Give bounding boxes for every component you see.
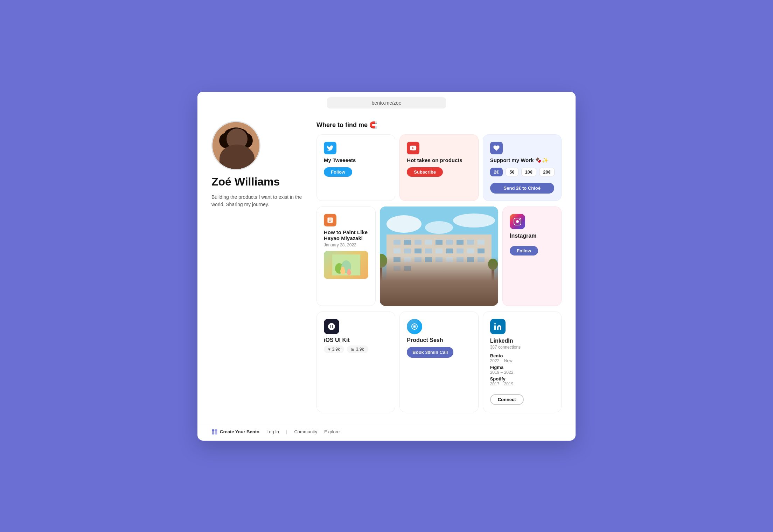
footer-logo-text: Create Your Bento [220,429,259,434]
svg-point-24 [453,214,495,227]
twitter-card[interactable]: My Tweeeets Follow [316,134,395,201]
svg-rect-40 [436,248,443,253]
instagram-card[interactable]: Instagram Follow [502,206,562,306]
ios-stat-copies-value: 3.9k [356,347,364,352]
address-bar: bento.me/zoe [327,97,446,108]
svg-rect-33 [457,240,464,245]
linkedin-connect-button[interactable]: Connect [490,394,524,405]
svg-rect-50 [446,257,453,262]
hottakes-label: Hot takes on products [407,157,471,163]
svg-point-8 [234,129,248,141]
svg-rect-43 [467,248,474,253]
amount-buttons: 2€ 5€ 10€ 20€ [490,168,554,176]
svg-rect-73 [212,432,215,434]
blog-title: How to Paint Like Hayao Miyazaki [324,229,368,241]
ios-stats: ♥ 3.9k ⊞ 3.9k [324,345,388,353]
footer-login[interactable]: Log In [266,429,279,434]
svg-rect-41 [446,248,453,253]
send-button[interactable]: Send 2€ to Chloé [490,183,554,194]
svg-rect-44 [478,248,485,253]
svg-rect-72 [215,429,217,432]
left-panel: Zoé Williams Building the products I wan… [211,121,302,412]
amt-2[interactable]: 2€ [490,168,503,176]
blog-thumbnail [324,251,368,279]
blog-date: January 28, 2022 [324,243,368,247]
svg-point-60 [463,283,471,286]
ios-kit-card[interactable]: iOS UI Kit ♥ 3.9k ⊞ 3.9k [316,312,395,412]
bento-logo-icon [211,429,218,435]
linkedin-job-title-2: Spotify [490,376,554,382]
support-card[interactable]: Support my Work 🍫✨ 2€ 5€ 10€ 20€ Send 2€… [483,134,562,201]
svg-rect-63 [492,266,494,284]
hottakes-card[interactable]: Hot takes on products Subscribe [399,134,478,201]
instagram-follow-button[interactable]: Follow [510,246,538,255]
photo-image [380,206,498,306]
svg-rect-61 [380,262,382,284]
footer-community[interactable]: Community [294,429,317,434]
svg-rect-32 [446,240,453,245]
linkedin-job-years-0: 2022 – Now [490,358,554,363]
youtube-icon [407,142,419,154]
svg-rect-48 [425,257,432,262]
svg-point-6 [241,133,252,148]
svg-rect-37 [404,248,411,253]
ios-stat-likes-value: 3.9k [332,347,340,352]
footer-explore[interactable]: Explore [324,429,340,434]
svg-point-23 [386,215,422,233]
blog-card[interactable]: How to Paint Like Hayao Miyazaki January… [316,206,376,306]
support-label: Support my Work 🍫✨ [490,157,554,163]
svg-rect-54 [394,266,401,271]
footer-logo[interactable]: Create Your Bento [211,429,259,435]
svg-rect-42 [457,248,464,253]
amt-20[interactable]: 20€ [539,168,555,176]
product-icon [407,319,422,334]
footer: Create Your Bento Log In | Community Exp… [197,423,576,441]
instagram-label: Instagram [510,233,554,239]
svg-rect-74 [215,432,217,434]
svg-rect-35 [478,240,485,245]
product-sesh-card[interactable]: Product Sesh Book 30min Call [399,312,478,412]
svg-rect-53 [478,257,485,262]
svg-rect-49 [436,257,443,262]
amt-5[interactable]: 5€ [506,168,518,176]
svg-point-13 [239,146,242,148]
support-icon [490,142,503,154]
subscribe-button[interactable]: Subscribe [407,167,443,177]
svg-point-9 [227,127,245,138]
svg-rect-45 [394,257,401,262]
ios-stat-likes: ♥ 3.9k [324,345,344,353]
blog-thumb-image [324,251,368,279]
linkedin-job-years-1: 2019 – 2022 [490,370,554,375]
svg-rect-34 [467,240,474,245]
middle-grid: How to Paint Like Hayao Miyazaki January… [316,206,562,306]
svg-rect-31 [436,240,443,245]
svg-rect-51 [457,257,464,262]
linkedin-job-1: Figma 2019 – 2022 [490,365,554,375]
twitter-icon [324,142,336,154]
copy-icon: ⊞ [351,347,355,352]
product-sesh-label: Product Sesh [407,337,471,343]
linkedin-connections: 387 connections [490,345,554,350]
avatar [211,121,260,170]
svg-point-69 [414,326,415,327]
user-bio: Building the products I want to exist in… [211,194,302,208]
linkedin-card[interactable]: LinkedIn 387 connections Bento 2022 – No… [483,312,562,412]
svg-rect-57 [380,282,498,287]
svg-point-70 [494,323,496,324]
svg-point-10 [230,145,234,148]
svg-rect-46 [404,257,411,262]
twitter-label: My Tweeeets [324,157,388,163]
blog-icon [324,214,336,226]
browser-window: bento.me/zoe [197,92,576,441]
svg-point-58 [399,283,409,287]
svg-rect-29 [415,240,422,245]
svg-point-59 [425,285,439,289]
linkedin-icon [490,319,506,334]
page-content: Zoé Williams Building the products I wan… [197,114,576,423]
book-call-button[interactable]: Book 30min Call [407,347,453,358]
instagram-icon [510,214,525,229]
twitter-follow-button[interactable]: Follow [324,167,352,177]
amt-10[interactable]: 10€ [521,168,537,176]
address-bar-wrap: bento.me/zoe [197,92,576,114]
svg-rect-30 [425,240,432,245]
